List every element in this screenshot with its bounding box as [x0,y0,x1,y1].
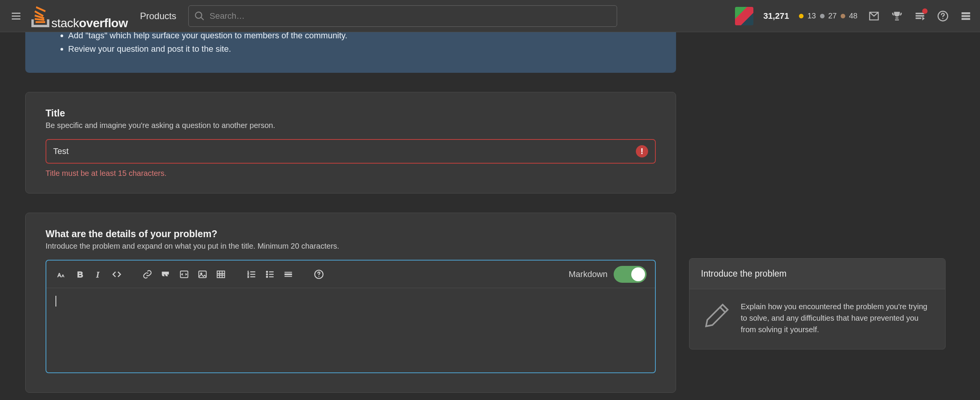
badge-counts[interactable]: 13 27 48 [799,11,858,20]
markdown-toggle[interactable] [614,266,647,283]
image-button[interactable] [196,267,209,281]
global-search[interactable] [188,5,617,27]
avatar[interactable] [735,7,753,25]
svg-point-12 [266,271,268,272]
ordered-list-icon: 123 [247,269,256,279]
heading-icon: AA [57,269,67,279]
image-icon [198,269,207,279]
title-input[interactable] [53,146,636,156]
inline-code-button[interactable] [110,267,124,281]
svg-text:B: B [77,269,83,279]
topbar-right: 31,271 13 27 48 [735,7,972,25]
tip-item: Review your question and post it to the … [68,43,661,55]
reputation-score[interactable]: 31,271 [763,11,789,21]
products-link[interactable]: Products [135,7,182,25]
title-error-message: Title must be at least 15 characters. [46,169,656,178]
details-card-heading: What are the details of your problem? [46,228,656,239]
details-card-sub: Introduce the problem and expand on what… [46,242,656,251]
link-icon [142,269,152,279]
details-card: What are the details of your problem? In… [25,213,676,393]
silver-badge-count: 27 [828,11,837,20]
logo-text: stackoverflow [51,16,128,30]
site-switcher-button[interactable] [959,10,972,23]
inbox-icon [868,10,880,22]
title-card: Title Be specific and imagine you're ask… [25,92,676,193]
table-icon [216,269,226,279]
side-help-title: Introduce the problem [689,259,945,289]
search-icon [194,11,205,21]
help-button[interactable] [936,10,949,23]
svg-rect-6 [199,271,206,277]
hr-icon [283,269,293,279]
editor-body[interactable] [46,288,655,372]
editor-toolbar: AA B I 123 [46,261,655,288]
svg-point-14 [266,276,268,277]
bronze-badge-dot [841,14,845,18]
title-input-wrap[interactable]: ! [46,139,656,164]
side-help-card: Introduce the problem Explain how you en… [689,258,946,349]
rich-text-editor: AA B I 123 [46,260,656,373]
search-input[interactable] [209,11,611,21]
inbox-button[interactable] [867,10,880,23]
table-button[interactable] [214,267,228,281]
hamburger-menu-button[interactable] [8,8,24,25]
gold-badge-dot [799,14,804,18]
bold-button[interactable]: B [73,267,87,281]
silver-badge-dot [820,14,825,18]
svg-text:3: 3 [247,275,249,278]
unordered-list-button[interactable] [263,267,277,281]
svg-point-13 [266,273,268,275]
quote-icon [161,269,171,279]
svg-text:A: A [62,273,64,277]
error-icon: ! [636,145,648,157]
markdown-toggle-label: Markdown [569,269,608,279]
unordered-list-icon [265,269,275,279]
trophy-icon [891,10,903,22]
writing-tips-notice: Add "tags" which help surface your quest… [25,29,676,73]
bronze-badge-count: 48 [849,11,858,20]
heading-button[interactable]: AA [55,267,69,281]
ordered-list-button[interactable]: 123 [245,267,258,281]
stackoverflow-icon [31,5,51,27]
title-card-heading: Title [46,108,656,119]
code-block-icon [179,269,189,279]
italic-icon: I [93,269,103,279]
help-icon [937,10,949,22]
svg-rect-8 [217,271,225,277]
editor-help-button[interactable] [312,267,326,281]
link-button[interactable] [140,267,154,281]
italic-button[interactable]: I [91,267,105,281]
horizontal-rule-button[interactable] [281,267,295,281]
code-icon [112,269,122,279]
svg-text:I: I [96,270,100,279]
gold-badge-count: 13 [807,11,816,20]
hamburger-icon [10,10,22,22]
topbar: stackoverflow Products 31,271 13 27 48 [0,0,980,32]
review-queues-button[interactable] [913,10,926,23]
site-switcher-icon [960,10,972,22]
code-block-button[interactable] [177,267,191,281]
achievements-button[interactable] [890,10,903,23]
help-circle-icon [314,269,324,279]
site-logo[interactable]: stackoverflow [31,5,128,27]
notification-dot [922,8,928,14]
text-cursor [56,296,56,307]
title-card-sub: Be specific and imagine you're asking a … [46,121,656,130]
svg-text:A: A [57,272,61,278]
page: Add "tags" which help surface your quest… [0,0,980,400]
toggle-knob [631,267,645,281]
side-help-body: Explain how you encountered the problem … [741,301,934,335]
pencil-icon [701,301,732,335]
blockquote-button[interactable] [159,267,173,281]
bold-icon: B [75,269,85,279]
